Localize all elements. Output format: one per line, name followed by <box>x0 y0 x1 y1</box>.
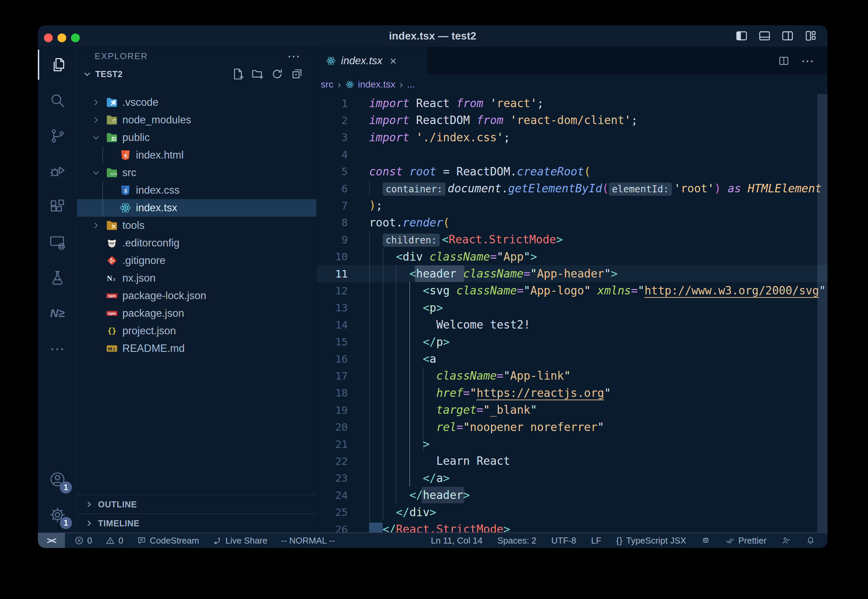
editor-scrollbar[interactable] <box>817 94 827 533</box>
code-line-8[interactable]: 8root.render( <box>317 214 827 231</box>
line-number[interactable]: 23 <box>317 472 348 484</box>
collapse-folders-icon[interactable] <box>291 68 303 80</box>
status-item-feedback[interactable] <box>781 536 791 545</box>
tree-item-readme-md[interactable]: M↓README.md <box>77 340 316 357</box>
line-number[interactable]: 4 <box>317 148 348 161</box>
line-number[interactable]: 15 <box>317 336 348 348</box>
tree-item-node-modules[interactable]: JSnode_modules <box>77 111 316 129</box>
close-tab-icon[interactable]: × <box>390 55 397 66</box>
customize-layout-icon[interactable] <box>804 29 817 42</box>
refresh-icon[interactable] <box>271 68 283 80</box>
code-line-1[interactable]: 1import React from 'react'; <box>317 95 827 112</box>
status-item-notifications[interactable] <box>806 536 815 545</box>
line-number[interactable]: 18 <box>317 387 348 399</box>
code-line-2[interactable]: 2import ReactDOM from 'react-dom/client'… <box>317 111 827 129</box>
explorer-more-actions-icon[interactable]: ⋯ <box>287 49 300 63</box>
code-line-17[interactable]: 17 className="App-link" <box>317 367 827 384</box>
line-number[interactable]: 13 <box>317 301 348 314</box>
timeline-panel-header[interactable]: TIMELINE <box>77 513 316 533</box>
activity-item-remote-explorer[interactable] <box>38 224 77 260</box>
code-line-20[interactable]: 20 rel="noopener noreferrer" <box>317 418 827 436</box>
breadcrumb-item-index-tsx[interactable]: index.tsx <box>345 79 396 90</box>
code-line-22[interactable]: 22 Learn React <box>317 452 827 470</box>
code-line-3[interactable]: 3import './index.css'; <box>317 129 827 146</box>
line-number[interactable]: 10 <box>317 250 348 263</box>
status-item-eol[interactable]: LF <box>591 536 601 546</box>
toggle-sidebar-icon[interactable] <box>735 29 748 42</box>
code-line-19[interactable]: 19 target="_blank" <box>317 401 827 418</box>
line-number[interactable]: 5 <box>317 165 348 178</box>
remote-indicator[interactable]: >< <box>38 533 65 548</box>
code-line-12[interactable]: 12 <svg className="App-logo" xmlns="http… <box>317 282 827 299</box>
code-line-14[interactable]: 14 Welcome test2! <box>317 316 827 333</box>
line-number[interactable]: 17 <box>317 370 348 382</box>
line-number[interactable]: 2 <box>317 114 348 126</box>
code-line-15[interactable]: 15 </p> <box>317 333 827 351</box>
line-number[interactable]: 11 <box>317 268 348 280</box>
line-number[interactable]: 12 <box>317 284 348 297</box>
tree-item-index-html[interactable]: 5index.html <box>77 146 316 164</box>
code-line-24[interactable]: 24 </header> <box>317 486 827 504</box>
new-folder-icon[interactable] <box>251 68 264 80</box>
line-number[interactable]: 16 <box>317 353 348 365</box>
status-item-live-share[interactable]: Live Share <box>213 536 267 546</box>
line-number[interactable]: 22 <box>317 455 348 467</box>
status-item-warnings[interactable]: 0 <box>105 536 123 546</box>
line-number[interactable]: 26 <box>317 523 348 533</box>
code-line-5[interactable]: 5const root = ReactDOM.createRoot( <box>317 163 827 180</box>
code-line-4[interactable]: 4 <box>317 146 827 163</box>
line-number[interactable]: 24 <box>317 489 348 501</box>
toggle-secondary-sidebar-icon[interactable] <box>781 29 794 42</box>
toggle-panel-icon[interactable] <box>758 29 771 42</box>
activity-item-settings[interactable]: 1 <box>38 497 77 533</box>
activity-item-run-debug[interactable] <box>38 154 77 189</box>
breadcrumb-item--[interactable]: ... <box>407 79 415 90</box>
code-line-26[interactable]: 26 </React.StrictMode> <box>317 521 827 533</box>
tree-item-project-json[interactable]: {}project.json <box>77 322 316 340</box>
outline-panel-header[interactable]: OUTLINE <box>77 495 316 513</box>
line-number[interactable]: 25 <box>317 506 348 518</box>
breadcrumb-item-src[interactable]: src <box>321 79 333 90</box>
tree-item--vscode[interactable]: .vscode <box>77 93 316 111</box>
tree-item-nx-json[interactable]: Nxnx.json <box>77 269 316 287</box>
tree-item-index-css[interactable]: 3index.css <box>77 182 316 199</box>
code-line-21[interactable]: 21 > <box>317 435 827 453</box>
code-editor[interactable]: 1import React from 'react';2import React… <box>317 94 827 533</box>
line-number[interactable]: 8 <box>317 216 348 229</box>
status-item-copilot[interactable] <box>701 536 710 545</box>
code-line-25[interactable]: 25 </div> <box>317 504 827 521</box>
minimize-window-button[interactable] <box>57 33 66 42</box>
tree-item-src[interactable]: </>src <box>77 164 316 182</box>
code-line-10[interactable]: 10 <div className="App"> <box>317 248 827 265</box>
line-number[interactable]: 19 <box>317 404 348 416</box>
close-window-button[interactable] <box>44 33 53 42</box>
activity-item-more-views[interactable]: ⋯ <box>38 331 77 366</box>
tree-item--gitignore[interactable]: .gitignore <box>77 252 316 269</box>
code-line-9[interactable]: 9 children:<React.StrictMode> <box>317 231 827 248</box>
tree-item-tools[interactable]: tools <box>77 217 316 234</box>
code-line-7[interactable]: 7); <box>317 197 827 214</box>
zoom-window-button[interactable] <box>71 33 80 42</box>
tree-item-public[interactable]: public <box>77 129 316 146</box>
new-file-icon[interactable] <box>232 68 244 80</box>
line-number[interactable]: 6 <box>317 182 348 195</box>
activity-item-accounts[interactable]: 1 <box>38 461 77 497</box>
status-item-prettier[interactable]: Prettier <box>725 536 767 546</box>
activity-item-nx-console[interactable]: N≥ <box>38 295 77 331</box>
status-item-indentation[interactable]: Spaces: 2 <box>497 536 536 546</box>
code-line-13[interactable]: 13 <p> <box>317 299 827 316</box>
tree-item-index-tsx[interactable]: index.tsx <box>77 199 316 217</box>
activity-item-search[interactable] <box>38 83 77 118</box>
code-line-6[interactable]: 6 container:document.getElementById(elem… <box>317 180 827 197</box>
status-item-encoding[interactable]: UTF-8 <box>551 536 576 546</box>
split-editor-icon[interactable] <box>778 55 790 66</box>
activity-item-explorer[interactable] <box>38 47 77 83</box>
tree-item-package-json[interactable]: npmpackage.json <box>77 305 316 322</box>
status-item-vim-mode[interactable]: -- NORMAL -- <box>281 536 335 546</box>
status-item-cursor-position[interactable]: Ln 11, Col 14 <box>431 536 483 546</box>
code-line-16[interactable]: 16 <a <box>317 350 827 367</box>
line-number[interactable]: 20 <box>317 421 348 433</box>
status-item-codestream[interactable]: CodeStream <box>137 536 199 546</box>
status-item-language-mode[interactable]: {}TypeScript JSX <box>616 536 686 546</box>
line-number[interactable]: 1 <box>317 97 348 110</box>
